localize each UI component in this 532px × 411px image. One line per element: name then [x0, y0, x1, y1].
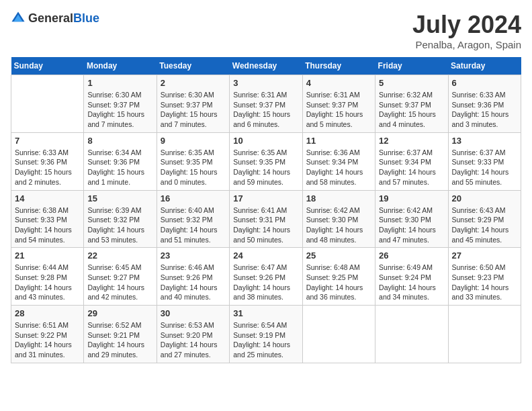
- day-info: Sunrise: 6:40 AM Sunset: 9:32 PM Dayligh…: [161, 205, 226, 245]
- subtitle: Penalba, Aragon, Spain: [412, 39, 521, 50]
- calendar-cell: 12Sunrise: 6:37 AM Sunset: 9:34 PM Dayli…: [375, 132, 448, 190]
- calendar-cell: 21Sunrise: 6:44 AM Sunset: 9:28 PM Dayli…: [11, 248, 84, 306]
- day-info: Sunrise: 6:41 AM Sunset: 9:31 PM Dayligh…: [233, 205, 298, 245]
- calendar-week-row: 14Sunrise: 6:38 AM Sunset: 9:33 PM Dayli…: [11, 190, 521, 248]
- logo: GeneralBlue: [11, 11, 99, 26]
- logo-text-blue: Blue: [73, 11, 99, 25]
- calendar-cell: 3Sunrise: 6:31 AM Sunset: 9:37 PM Daylig…: [230, 75, 302, 133]
- day-info: Sunrise: 6:31 AM Sunset: 9:37 PM Dayligh…: [233, 90, 298, 130]
- day-number: 27: [452, 250, 517, 261]
- calendar-cell: [11, 75, 84, 133]
- day-number: 6: [452, 78, 517, 88]
- calendar-cell: 8Sunrise: 6:34 AM Sunset: 9:36 PM Daylig…: [84, 132, 157, 190]
- day-info: Sunrise: 6:39 AM Sunset: 9:32 PM Dayligh…: [87, 205, 152, 245]
- calendar-cell: [302, 306, 375, 363]
- day-info: Sunrise: 6:36 AM Sunset: 9:34 PM Dayligh…: [306, 148, 371, 187]
- calendar-header-wednesday: Wednesday: [230, 57, 302, 75]
- calendar-week-row: 28Sunrise: 6:51 AM Sunset: 9:22 PM Dayli…: [11, 306, 521, 363]
- day-info: Sunrise: 6:47 AM Sunset: 9:26 PM Dayligh…: [233, 263, 298, 302]
- day-number: 16: [161, 193, 226, 203]
- calendar-table: SundayMondayTuesdayWednesdayThursdayFrid…: [11, 57, 521, 363]
- calendar-header-saturday: Saturday: [448, 57, 521, 75]
- calendar-cell: 11Sunrise: 6:36 AM Sunset: 9:34 PM Dayli…: [302, 132, 375, 190]
- day-number: 29: [87, 308, 152, 318]
- day-number: 25: [306, 250, 371, 261]
- day-number: 10: [233, 136, 298, 146]
- calendar-cell: 2Sunrise: 6:30 AM Sunset: 9:37 PM Daylig…: [157, 75, 229, 133]
- calendar-week-row: 1Sunrise: 6:30 AM Sunset: 9:37 PM Daylig…: [11, 75, 521, 133]
- calendar-week-row: 21Sunrise: 6:44 AM Sunset: 9:28 PM Dayli…: [11, 248, 521, 306]
- calendar-cell: 7Sunrise: 6:33 AM Sunset: 9:36 PM Daylig…: [11, 132, 84, 190]
- calendar-cell: [375, 306, 448, 363]
- day-number: 28: [15, 308, 80, 318]
- day-number: 26: [379, 250, 444, 261]
- page-header: GeneralBlue July 2024 Penalba, Aragon, S…: [11, 11, 521, 50]
- calendar-cell: 1Sunrise: 6:30 AM Sunset: 9:37 PM Daylig…: [84, 75, 157, 133]
- day-number: 7: [15, 136, 80, 146]
- day-number: 9: [161, 136, 226, 146]
- day-info: Sunrise: 6:30 AM Sunset: 9:37 PM Dayligh…: [161, 90, 226, 130]
- day-number: 21: [15, 250, 80, 261]
- main-title: July 2024: [412, 11, 521, 39]
- day-info: Sunrise: 6:37 AM Sunset: 9:34 PM Dayligh…: [379, 148, 444, 187]
- calendar-cell: 22Sunrise: 6:45 AM Sunset: 9:27 PM Dayli…: [84, 248, 157, 306]
- day-info: Sunrise: 6:44 AM Sunset: 9:28 PM Dayligh…: [15, 263, 80, 302]
- calendar-cell: 29Sunrise: 6:52 AM Sunset: 9:21 PM Dayli…: [84, 306, 157, 363]
- calendar-cell: 30Sunrise: 6:53 AM Sunset: 9:20 PM Dayli…: [157, 306, 229, 363]
- day-number: 30: [161, 308, 226, 318]
- calendar-cell: 4Sunrise: 6:31 AM Sunset: 9:37 PM Daylig…: [302, 75, 375, 133]
- day-number: 20: [452, 193, 517, 203]
- day-info: Sunrise: 6:52 AM Sunset: 9:21 PM Dayligh…: [87, 320, 152, 360]
- calendar-cell: 16Sunrise: 6:40 AM Sunset: 9:32 PM Dayli…: [157, 190, 229, 248]
- calendar-cell: 26Sunrise: 6:49 AM Sunset: 9:24 PM Dayli…: [375, 248, 448, 306]
- day-number: 17: [233, 193, 298, 203]
- day-number: 15: [87, 193, 152, 203]
- day-number: 3: [233, 78, 298, 88]
- day-info: Sunrise: 6:35 AM Sunset: 9:35 PM Dayligh…: [233, 148, 298, 187]
- calendar-header-monday: Monday: [84, 57, 157, 75]
- title-block: July 2024 Penalba, Aragon, Spain: [412, 11, 521, 50]
- day-info: Sunrise: 6:42 AM Sunset: 9:30 PM Dayligh…: [379, 205, 444, 245]
- day-info: Sunrise: 6:37 AM Sunset: 9:33 PM Dayligh…: [452, 148, 517, 187]
- calendar-cell: 24Sunrise: 6:47 AM Sunset: 9:26 PM Dayli…: [230, 248, 302, 306]
- calendar-cell: 14Sunrise: 6:38 AM Sunset: 9:33 PM Dayli…: [11, 190, 84, 248]
- day-info: Sunrise: 6:34 AM Sunset: 9:36 PM Dayligh…: [87, 148, 152, 187]
- day-info: Sunrise: 6:30 AM Sunset: 9:37 PM Dayligh…: [87, 90, 152, 130]
- calendar-cell: 17Sunrise: 6:41 AM Sunset: 9:31 PM Dayli…: [230, 190, 302, 248]
- day-info: Sunrise: 6:53 AM Sunset: 9:20 PM Dayligh…: [161, 320, 226, 360]
- day-number: 11: [306, 136, 371, 146]
- day-number: 18: [306, 193, 371, 203]
- day-number: 24: [233, 250, 298, 261]
- calendar-cell: 23Sunrise: 6:46 AM Sunset: 9:26 PM Dayli…: [157, 248, 229, 306]
- calendar-header-tuesday: Tuesday: [157, 57, 229, 75]
- day-info: Sunrise: 6:31 AM Sunset: 9:37 PM Dayligh…: [306, 90, 371, 130]
- calendar-week-row: 7Sunrise: 6:33 AM Sunset: 9:36 PM Daylig…: [11, 132, 521, 190]
- day-info: Sunrise: 6:35 AM Sunset: 9:35 PM Dayligh…: [161, 148, 226, 187]
- day-number: 22: [87, 250, 152, 261]
- day-number: 13: [452, 136, 517, 146]
- calendar-cell: 10Sunrise: 6:35 AM Sunset: 9:35 PM Dayli…: [230, 132, 302, 190]
- calendar-header-friday: Friday: [375, 57, 448, 75]
- day-number: 4: [306, 78, 371, 88]
- calendar-header-sunday: Sunday: [11, 57, 84, 75]
- day-info: Sunrise: 6:33 AM Sunset: 9:36 PM Dayligh…: [15, 148, 80, 187]
- calendar-cell: 20Sunrise: 6:43 AM Sunset: 9:29 PM Dayli…: [448, 190, 521, 248]
- calendar-cell: 5Sunrise: 6:32 AM Sunset: 9:37 PM Daylig…: [375, 75, 448, 133]
- logo-icon: [11, 11, 26, 26]
- day-info: Sunrise: 6:43 AM Sunset: 9:29 PM Dayligh…: [452, 205, 517, 245]
- calendar-cell: 31Sunrise: 6:54 AM Sunset: 9:19 PM Dayli…: [230, 306, 302, 363]
- logo-text-general: General: [28, 11, 73, 25]
- day-number: 1: [87, 78, 152, 88]
- calendar-cell: 27Sunrise: 6:50 AM Sunset: 9:23 PM Dayli…: [448, 248, 521, 306]
- calendar-cell: 28Sunrise: 6:51 AM Sunset: 9:22 PM Dayli…: [11, 306, 84, 363]
- calendar-cell: 18Sunrise: 6:42 AM Sunset: 9:30 PM Dayli…: [302, 190, 375, 248]
- calendar-cell: 15Sunrise: 6:39 AM Sunset: 9:32 PM Dayli…: [84, 190, 157, 248]
- day-number: 14: [15, 193, 80, 203]
- day-info: Sunrise: 6:54 AM Sunset: 9:19 PM Dayligh…: [233, 320, 298, 360]
- calendar-cell: 19Sunrise: 6:42 AM Sunset: 9:30 PM Dayli…: [375, 190, 448, 248]
- day-info: Sunrise: 6:51 AM Sunset: 9:22 PM Dayligh…: [15, 320, 80, 360]
- calendar-cell: 9Sunrise: 6:35 AM Sunset: 9:35 PM Daylig…: [157, 132, 229, 190]
- calendar-cell: [448, 306, 521, 363]
- day-number: 8: [87, 136, 152, 146]
- day-number: 23: [161, 250, 226, 261]
